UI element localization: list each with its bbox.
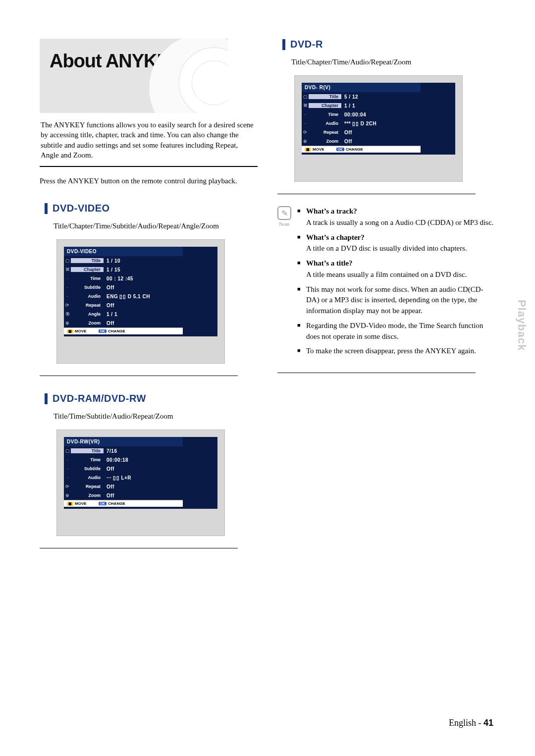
osd-footer: ▦MOVEOKCHANGE	[64, 327, 183, 334]
osd-row-label: Repeat	[71, 303, 104, 308]
osd-row: ▢Title7/16	[64, 446, 183, 455]
osd-move-hint: ▦MOVE	[67, 329, 87, 333]
section-heading-dvd-video: DVD-VIDEO	[45, 203, 258, 214]
osd-row-value: Off	[341, 130, 352, 135]
osd-row-label: Zoom	[71, 321, 104, 325]
section-heading-dvd-r: DVD-R	[282, 39, 495, 50]
accent-bar-icon	[282, 39, 285, 50]
accent-bar-icon	[45, 203, 48, 214]
osd-row-label: Title	[71, 258, 104, 263]
osd-row: ·Audio*** ▯▯ D 2CH	[302, 119, 421, 128]
note-label: Note	[277, 221, 291, 227]
osd-row-value: ··· ▯▯ L+R	[104, 475, 131, 481]
osd-row-value: 7/16	[104, 448, 117, 454]
side-tab-label: Playback	[515, 300, 528, 351]
osd-row-label: Zoom	[309, 139, 341, 144]
osd-move-hint: ▦MOVE	[305, 147, 324, 152]
osd-row: ⦿Angle1 / 1	[64, 310, 183, 319]
osd-row-label: Audio	[309, 121, 341, 126]
osd-row-label: Repeat	[309, 130, 341, 135]
osd-change-hint: OKCHANGE	[99, 329, 125, 333]
section-subline: Title/Chapter/Time/Audio/Repeat/Zoom	[291, 58, 495, 66]
osd-row-icon: ⟳	[64, 303, 71, 308]
osd-row-value: 00:00:18	[104, 457, 128, 463]
osd-row-icon: ⦿	[64, 312, 71, 317]
note-icon-wrap: ✎ Note	[277, 206, 291, 361]
note-item: Regarding the DVD-Video mode, the Time S…	[297, 321, 495, 342]
osd-row-icon: ⌘	[64, 267, 71, 272]
note-item: What’s a chapter?A title on a DVD disc i…	[297, 232, 495, 255]
note-item: This may not work for some discs. When a…	[297, 284, 495, 317]
osd-header: DVD- R(V)	[302, 83, 421, 92]
note-item: What’s a track?A track is usually a song…	[297, 206, 495, 228]
note-answer: A title means usually a film contained o…	[306, 270, 495, 280]
osd-row-icon: ·	[64, 475, 71, 480]
osd-footer: ▦MOVEOKCHANGE	[302, 146, 421, 153]
note-item: To make the screen disappear, press the …	[297, 346, 495, 357]
osd-row-icon: ⊕	[302, 139, 309, 144]
notes-list: What’s a track?A track is usually a song…	[297, 206, 495, 361]
osd-row-label: Audio	[71, 475, 104, 480]
osd-row: ⌘Chapter1 / 15	[64, 265, 183, 274]
osd-row: ⊕ZoomOff	[302, 137, 421, 146]
note-item: What’s a title?A title means usually a f…	[297, 258, 495, 280]
osd-row-value: 1 / 1	[341, 103, 355, 108]
osd-row: ·Audio··· ▯▯ L+R	[64, 473, 183, 482]
osd-row-icon: ⟳	[302, 130, 309, 135]
right-column: DVD-R Title/Chapter/Time/Audio/Repeat/Zo…	[277, 39, 495, 560]
osd-row-value: Off	[104, 321, 114, 326]
divider	[277, 194, 476, 194]
osd-row-label: Time	[309, 112, 341, 117]
divider	[40, 376, 238, 376]
osd-dvd-video: DVD-VIDEO▢Title1 / 10⌘Chapter1 / 15·Time…	[56, 239, 225, 364]
osd-row-value: Off	[104, 285, 114, 290]
osd-row-value: 1 / 10	[104, 258, 120, 264]
dpad-icon: ▦	[67, 502, 73, 506]
footer-language: English -	[449, 718, 483, 728]
osd-row-icon: ·	[64, 276, 71, 281]
osd-row-icon: ⊕	[64, 493, 71, 498]
osd-row: ▢Title5 / 12	[302, 92, 421, 101]
osd-row-value: Off	[104, 466, 114, 472]
section-title: DVD-RAM/DVD-RW	[53, 393, 146, 404]
osd-row-value: Off	[104, 484, 114, 489]
divider	[277, 373, 476, 373]
osd-row: ⌘Chapter1 / 1	[302, 101, 421, 110]
osd-row-label: Chapter	[309, 103, 341, 108]
hero-box: About ANYKEY	[40, 39, 228, 113]
dpad-icon: ▦	[305, 148, 311, 152]
divider	[40, 548, 238, 548]
osd-row-label: Time	[71, 457, 104, 462]
osd-row-icon: ▢	[64, 448, 71, 453]
osd-row-value: Off	[104, 493, 114, 498]
osd-row: ·Time00:00:04	[302, 110, 421, 119]
left-column: About ANYKEY The ANYKEY functions allows…	[40, 39, 258, 560]
osd-header: DVD-VIDEO	[64, 247, 183, 256]
osd-change-hint: OKCHANGE	[99, 501, 125, 506]
osd-footer: ▦MOVEOKCHANGE	[64, 500, 183, 507]
osd-row-icon: ·	[302, 112, 309, 117]
osd-row-icon: ·	[64, 285, 71, 290]
osd-row: ·AudioENG ▯▯ D 5.1 CH	[64, 292, 183, 301]
osd-row: ·SubtitleOff	[64, 283, 183, 292]
dpad-icon: ▦	[67, 329, 73, 333]
ok-icon: OK	[99, 329, 107, 333]
osd-row-label: Subtitle	[71, 466, 104, 471]
osd-row: ⊕ZoomOff	[64, 319, 183, 327]
osd-row-icon: ▢	[302, 94, 309, 99]
osd-row: ⟳RepeatOff	[64, 482, 183, 491]
osd-row-label: Chapter	[71, 267, 104, 272]
intro-text: The ANYKEY functions allows you to easil…	[40, 120, 258, 160]
osd-row-value: Off	[341, 139, 352, 144]
osd-row-icon: ⊕	[64, 321, 71, 325]
osd-row-value: 5 / 12	[341, 94, 358, 100]
osd-row-label: Repeat	[71, 484, 104, 489]
note-question: What’s a title?	[306, 259, 353, 267]
note-question: What’s a chapter?	[306, 233, 365, 241]
press-instruction: Press the ANYKEY button on the remote co…	[40, 176, 258, 186]
osd-row-label: Zoom	[71, 493, 104, 498]
osd-row: ⟳RepeatOff	[64, 301, 183, 310]
pencil-icon: ✎	[277, 206, 291, 220]
osd-row: ·SubtitleOff	[64, 464, 183, 473]
note-answer: A title on a DVD disc is usually divided…	[306, 243, 495, 254]
